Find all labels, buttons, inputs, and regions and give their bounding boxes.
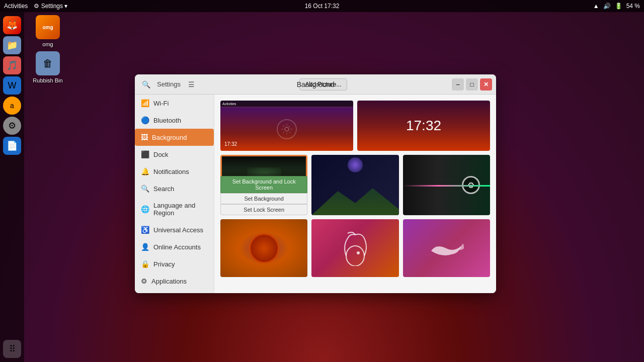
dock-icon-libreoffice-writer[interactable]: W xyxy=(3,76,21,95)
sidebar-label-accounts: Online Accounts xyxy=(153,243,201,251)
topbar-datetime: 16 Oct 17:32 xyxy=(305,3,340,10)
wallpaper-gear[interactable]: ⚙ xyxy=(403,155,490,215)
applications-icon: ⚙ xyxy=(141,277,147,285)
gear-line xyxy=(403,185,490,187)
settings-sidebar: 📶 Wi-Fi 🔵 Bluetooth 🖼 Background ⬛ Dock … xyxy=(135,95,214,293)
sidebar-item-background[interactable]: 🖼 Background xyxy=(135,129,214,146)
svg-point-1 xyxy=(346,246,364,266)
battery-percent: 54 % xyxy=(626,3,640,10)
dock-icon-firefox[interactable]: 🦊 xyxy=(3,16,21,34)
desktop-icon-omg-label: omg xyxy=(42,41,53,47)
desktop-preview[interactable]: Activities xyxy=(220,101,353,151)
titlebar-left: 🔍 Settings ☰ xyxy=(139,77,199,92)
window-controls: – □ ✕ xyxy=(452,78,492,90)
settings-label: Settings xyxy=(157,80,181,88)
mouse-visual xyxy=(311,219,398,277)
dock-icon-show-apps[interactable]: ⠿ xyxy=(3,340,21,358)
online-accounts-icon: 👤 xyxy=(141,243,149,251)
notifications-icon: 🔔 xyxy=(141,167,149,175)
sidebar-item-bluetooth[interactable]: 🔵 Bluetooth xyxy=(135,112,214,129)
settings-content: Activities 17:32 xyxy=(214,95,496,293)
wallpaper-galaxy[interactable] xyxy=(311,155,398,215)
wifi-icon: ▲ xyxy=(593,3,599,10)
dock-icon-settings[interactable]: ⚙ xyxy=(3,117,21,135)
svg-point-2 xyxy=(357,251,360,254)
sidebar-label-notifications: Notifications xyxy=(153,168,189,175)
sidebar-item-notifications[interactable]: 🔔 Notifications xyxy=(135,163,214,180)
wallpaper-grid-row1: Set Background and Lock Screen Set Backg… xyxy=(220,155,490,215)
wallpaper-preview-row: Activities 17:32 xyxy=(220,101,490,151)
svg-point-0 xyxy=(285,127,289,131)
galaxy-visual xyxy=(311,155,398,215)
set-bg-button[interactable]: Set Background xyxy=(220,193,307,204)
minimize-button[interactable]: – xyxy=(452,78,464,90)
sidebar-item-language[interactable]: 🌐 Language and Region xyxy=(135,197,214,221)
background-icon: 🖼 xyxy=(141,133,148,141)
bluetooth-icon: 🔵 xyxy=(141,116,149,124)
desktop-icon-omg[interactable]: omg omg xyxy=(30,15,65,47)
dock-icon-files[interactable]: 📁 xyxy=(3,36,21,54)
sidebar-label-universal: Universal Access xyxy=(153,226,203,234)
sidebar-label-applications: Applications xyxy=(151,278,187,285)
sidebar-label-search: Search xyxy=(153,185,174,193)
window-body: 📶 Wi-Fi 🔵 Bluetooth 🖼 Background ⬛ Dock … xyxy=(135,95,496,293)
hamburger-button[interactable]: ☰ xyxy=(185,77,199,92)
sidebar-item-search[interactable]: 🔍 Search xyxy=(135,180,214,197)
desktop-icon-rubbish-label: Rubbish Bin xyxy=(33,77,62,83)
sidebar-item-applications[interactable]: ⚙ Applications xyxy=(135,273,214,290)
sidebar-item-wifi[interactable]: 📶 Wi-Fi xyxy=(135,95,214,112)
wallpaper-orange-flower[interactable] xyxy=(220,219,307,277)
sidebar-label-background: Background xyxy=(152,134,187,141)
whale-visual xyxy=(403,219,490,277)
topbar: Activities ⚙ Settings ▾ 16 Oct 17:32 ▲ 🔊… xyxy=(0,0,644,12)
sidebar-item-privacy[interactable]: 🔒 Privacy xyxy=(135,255,214,273)
sidebar-item-online-accounts[interactable]: 👤 Online Accounts xyxy=(135,238,214,255)
dock-icon-amazon[interactable]: a xyxy=(3,97,21,115)
sidebar-label-privacy: Privacy xyxy=(153,260,175,268)
sidebar-label-bluetooth: Bluetooth xyxy=(153,117,181,124)
wifi-icon: 📶 xyxy=(141,99,149,107)
desktop-icon-rubbish-bin[interactable]: 🗑 Rubbish Bin xyxy=(30,51,65,83)
battery-icon: 🔋 xyxy=(615,3,622,10)
lockscreen-time: 17:32 xyxy=(406,118,441,134)
dock: 🦊 📁 🎵 W a ⚙ 📄 ⠿ xyxy=(0,12,24,362)
wallpaper-forest-container: Set Background and Lock Screen Set Backg… xyxy=(220,155,307,215)
dock-icon: ⬛ xyxy=(141,150,149,158)
set-lock-button[interactable]: Set Lock Screen xyxy=(220,204,307,215)
desktop-icons: omg omg 🗑 Rubbish Bin xyxy=(30,15,65,83)
lockscreen-preview[interactable]: 17:32 xyxy=(357,101,490,151)
dock-icon-rhythmbox[interactable]: 🎵 xyxy=(3,56,21,74)
wallpaper-whale[interactable] xyxy=(403,219,490,277)
sidebar-label-language: Language and Region xyxy=(153,202,208,217)
wallpaper-actions: Set Background and Lock Screen Set Backg… xyxy=(220,155,307,215)
close-button[interactable]: ✕ xyxy=(480,78,492,90)
window-title: Background xyxy=(297,80,335,88)
settings-indicator[interactable]: ⚙ Settings ▾ xyxy=(34,3,67,10)
volume-icon: 🔊 xyxy=(603,3,611,10)
universal-access-icon: ♿ xyxy=(141,226,149,234)
language-icon: 🌐 xyxy=(141,205,149,213)
window-titlebar: 🔍 Settings ☰ Background Add Picture... –… xyxy=(135,74,496,95)
privacy-icon: 🔒 xyxy=(141,260,149,268)
sidebar-label-dock: Dock xyxy=(153,151,169,158)
topbar-right: ▲ 🔊 🔋 54 % xyxy=(593,3,640,10)
sidebar-item-dock[interactable]: ⬛ Dock xyxy=(135,146,214,163)
flower-visual xyxy=(220,219,307,277)
maximize-button[interactable]: □ xyxy=(466,78,478,90)
topbar-left: Activities ⚙ Settings ▾ xyxy=(4,3,67,10)
sidebar-item-universal-access[interactable]: ♿ Universal Access xyxy=(135,221,214,238)
search-sidebar-icon: 🔍 xyxy=(141,185,149,193)
wallpaper-mouse[interactable] xyxy=(311,219,398,277)
activities-label[interactable]: Activities xyxy=(4,3,28,10)
mountain-outline xyxy=(311,185,398,215)
sidebar-label-wifi: Wi-Fi xyxy=(153,100,169,107)
set-bg-and-lock-button[interactable]: Set Background and Lock Screen xyxy=(220,176,307,193)
activities-bar: Activities xyxy=(220,101,353,107)
wallpaper-grid-row2 xyxy=(220,219,490,277)
settings-window: 🔍 Settings ☰ Background Add Picture... –… xyxy=(135,74,496,293)
search-button[interactable]: 🔍 xyxy=(139,77,153,92)
sidebar-item-sharing[interactable]: ↗ Sharing xyxy=(135,290,214,293)
gear-visual: ⚙ xyxy=(403,155,490,215)
dock-icon-libreoffice-calc[interactable]: 📄 xyxy=(3,137,21,155)
